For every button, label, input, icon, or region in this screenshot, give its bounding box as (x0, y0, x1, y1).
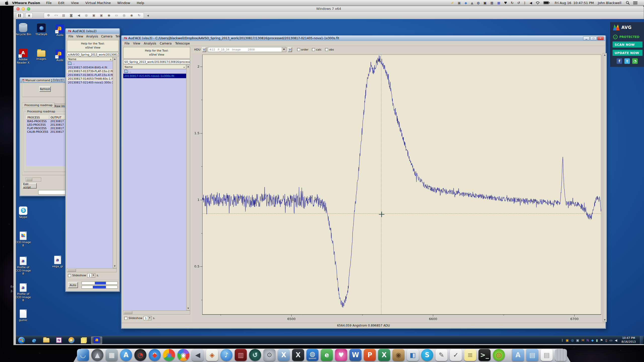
desktop-icon-adobe-reader-x[interactable]: Adobe Reader X (16, 49, 31, 64)
dock-notes[interactable]: ≡ (464, 349, 476, 361)
dock-picasa[interactable]: ◉ (177, 349, 189, 361)
bluetooth-icon[interactable]: ᛒ (524, 1, 526, 5)
tray-power-icon[interactable]: ▯ (605, 339, 607, 342)
dock-powerpoint[interactable]: P (364, 349, 376, 361)
file-row[interactable]: 20130817-013739-FLAT-15s-2.fit (67, 69, 113, 73)
settings-wrench-icon[interactable]: ⚙ (45, 13, 52, 18)
dock-system-preferences[interactable]: ⚙ (263, 349, 275, 361)
hdu-dropdown-arrow[interactable]: ▼ (282, 47, 286, 52)
taskbar-audela[interactable] (91, 337, 102, 344)
toolbar-collapse-arrow[interactable]: ◀ (147, 14, 149, 17)
visu3-path-bar[interactable]: SO_Spring_2013_work/20130817/130816/proc… (123, 60, 190, 64)
disc-icon[interactable]: ◎ (120, 13, 128, 18)
tray-bluetooth-icon[interactable]: ᛒ (561, 339, 564, 342)
visu2-path-bar[interactable]: x/AAVSO_Spring_2013_work/20130817/1 (67, 52, 119, 57)
dock-dashboard[interactable]: ◔ (134, 349, 146, 361)
dock-chrome[interactable]: ◉ (163, 349, 175, 361)
spectrum-plot[interactable] (192, 53, 603, 322)
hdu-prev-button[interactable]: < (202, 47, 206, 52)
refresh-button[interactable]: Refresh (39, 86, 51, 92)
apple-menu-icon[interactable] (5, 1, 9, 5)
tray-network-icon[interactable]: ▭ (609, 339, 612, 342)
visu3-name-header[interactable]: Name ▲ (123, 65, 186, 69)
parent-dir-row[interactable]: .. (67, 61, 113, 66)
plot-v-scrollbar[interactable]: ▲▼ (603, 53, 607, 322)
mac-menu-item[interactable]: File (46, 1, 52, 5)
tab-processing-roadmap[interactable]: Processing roadmap (22, 103, 55, 108)
desktop-icon-skype[interactable]: Skype (16, 206, 31, 219)
dock-time-machine[interactable]: ↺ (249, 349, 261, 361)
tray-dropbox-icon[interactable]: ◆ (591, 339, 594, 342)
edit-script-button[interactable]: Edit script (23, 183, 37, 189)
desktop-icon-profile-ccd-2[interactable]: Profile of CCD Image 8 (16, 283, 31, 302)
dock-squirrel-app[interactable]: ◉ (392, 349, 405, 361)
desktop-icon-vega-gr[interactable]: vega_gr (50, 256, 66, 268)
indigo-box-icon[interactable]: ■ (497, 1, 500, 5)
desktop-icon-profile-ccd-1[interactable]: Profile of CCD Image 8 (16, 257, 31, 276)
windows-desktop[interactable]: Recycle Bin TheSky6 Auda Adobe R (16, 19, 644, 344)
tray-onenote-icon[interactable]: N (587, 339, 589, 342)
notification-center-icon[interactable] (633, 1, 637, 5)
taskbar-ie[interactable]: e (28, 337, 39, 344)
dock-splashid[interactable]: ◍ SplashID (306, 349, 318, 361)
eshel-h-scrollbar[interactable] (26, 177, 41, 182)
desktop-icon-ccd-image-8[interactable]: CCD Image 8 (16, 232, 31, 247)
dock-app-store[interactable]: A (120, 349, 132, 361)
dock-mission-control[interactable]: ▦ (106, 349, 118, 361)
sync-icon[interactable]: ↻ (511, 1, 513, 5)
auto-levels-button[interactable]: Auto (68, 282, 78, 288)
heart-icon[interactable]: ♥ (504, 1, 507, 5)
taskbar-sticky-notes[interactable] (78, 337, 90, 344)
slideshow-interval-select[interactable]: 1▼ (87, 273, 95, 278)
tray-flag-icon[interactable]: ⚑ (600, 339, 603, 342)
hard-disk-icon[interactable]: ▤ (60, 13, 67, 18)
visu3-v-scrollbar[interactable]: ▲▼ (186, 65, 190, 310)
mac-menu-item[interactable]: Window (117, 1, 130, 5)
file-row[interactable]: 20130817-013831-FLAT-15s-4.fit (67, 73, 113, 77)
hdu-checkbox[interactable] (312, 48, 315, 51)
grid-icon[interactable]: ▦ (490, 1, 493, 5)
alert-icon[interactable]: ◍ (477, 1, 480, 5)
mouse-icon[interactable]: ◉ (105, 13, 112, 18)
file-row[interactable]: 20130817-021405-nova1-300s-1.fit (67, 81, 113, 84)
battery-icon[interactable] (543, 1, 550, 4)
dock-trash[interactable] (555, 349, 567, 361)
tray-target-icon[interactable]: ◎ (571, 339, 574, 342)
tray-volume-icon[interactable]: ◀ (615, 339, 617, 342)
visu2-titlebar[interactable]: 7k Aud'ACE (visu2) (66, 28, 119, 34)
printer-icon[interactable]: ▭ (113, 13, 120, 18)
dock-evernote[interactable]: e (321, 349, 333, 361)
spotlight-icon[interactable] (626, 1, 630, 5)
dock-iphoto[interactable]: ◈ (206, 349, 218, 361)
slideshow-interval-select[interactable]: 1▼ (144, 316, 152, 320)
dock-itunes[interactable]: ♪ (220, 349, 232, 361)
visu2-menu-item[interactable]: View (75, 34, 85, 38)
vmware-titlebar[interactable]: Windows 7 x64 (14, 6, 644, 12)
speedtest-icon[interactable]: ◔ (632, 58, 638, 64)
file-row[interactable]: 20130817-005404-BIAS-4.fit (67, 66, 113, 69)
dock-osx-install[interactable]: X (278, 349, 290, 361)
show-desktop-button[interactable] (640, 336, 643, 344)
usb-device-icon[interactable]: ▣ (90, 13, 97, 18)
visu3-titlebar[interactable]: 7k Aud'ACE (visu3) - C:/Users/jblackwell… (122, 35, 605, 41)
network-adapter-icon[interactable]: ‹·› (53, 13, 60, 18)
dock-finder[interactable]: ◡ (77, 349, 89, 361)
screen-share-icon[interactable]: ▣ (458, 1, 461, 5)
dock-word[interactable]: W (349, 349, 361, 361)
minimize-button[interactable]: ▁ (583, 36, 590, 40)
visu2-menu-item[interactable]: Camera (100, 34, 114, 38)
high-threshold-slider[interactable] (82, 282, 118, 285)
dock-heart-app[interactable]: ♥ (335, 349, 347, 361)
desktop-icon-images-folder[interactable]: images (33, 49, 49, 61)
tray-vmware-icon[interactable]: ▣ (576, 339, 579, 342)
hdu-checkbox[interactable] (297, 48, 300, 51)
maximize-button[interactable]: ▢ (590, 36, 597, 40)
taskbar-wmp[interactable]: ▶ (66, 337, 77, 344)
twitter-icon[interactable]: t (624, 58, 630, 64)
usb-device-2-icon[interactable]: ▣ (98, 13, 105, 18)
tray-usb-icon[interactable]: ▮ (596, 339, 598, 342)
desktop-icon-gumic[interactable]: gumic (16, 309, 31, 322)
displays-icon[interactable]: ▣ (484, 1, 487, 5)
dock-x11[interactable]: X (292, 349, 304, 361)
mac-menu-item[interactable]: Virtual Machine (85, 1, 111, 5)
